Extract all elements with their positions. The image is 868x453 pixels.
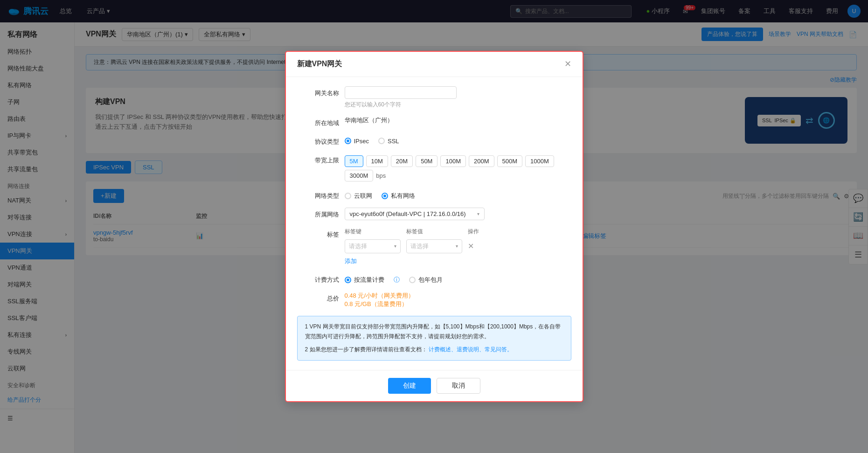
- bandwidth-label: 带宽上限: [297, 153, 339, 165]
- billing-note-line2: 2 如果您想进一步了解费用详情请前往查看文档： 计费概述、退费说明、常见问答。: [305, 345, 563, 355]
- billing-label: 计费方式: [297, 273, 339, 284]
- network-type-row: 网络类型 云联网 私有网络: [297, 189, 571, 200]
- ccn-radio[interactable]: [345, 193, 351, 199]
- vpc-control: vpc-eyut6o0f (Default-VPC | 172.16.0.0/1…: [345, 208, 571, 220]
- network-type-radio-group: 云联网 私有网络: [345, 189, 571, 200]
- bandwidth-control: 5M 10M 20M 50M 100M 200M 500M 1000M 3000…: [345, 153, 571, 181]
- vpc-radio[interactable]: [382, 193, 388, 199]
- bw-20m[interactable]: 20M: [391, 155, 413, 167]
- protocol-radio-group: IPsec SSL: [345, 135, 571, 145]
- bw-100m[interactable]: 100M: [440, 155, 466, 167]
- vpc-label: 所属网络: [297, 208, 339, 219]
- modal-body: 网关名称 您还可以输入60个字符 所在地域 华南地区（广州） 协议类型: [286, 77, 583, 370]
- tag-val-selector[interactable]: 请选择 ▾: [406, 239, 462, 253]
- network-ccn-option[interactable]: 云联网: [345, 192, 372, 200]
- tag-op-header: 操作: [468, 228, 486, 236]
- tag-delete-button[interactable]: ✕: [468, 242, 474, 251]
- bw-200m[interactable]: 200M: [469, 155, 494, 167]
- billing-radio-group: 按流量计费 ⓘ 包年包月: [345, 273, 571, 284]
- bw-50m[interactable]: 50M: [416, 155, 437, 167]
- tag-control: 标签键 标签值 操作 请选择 ▾ 请选择 ▾ ✕: [345, 228, 571, 265]
- billing-traffic-option[interactable]: 按流量计费: [345, 276, 384, 284]
- billing-note-line1: 1 VPN 网关带宽目前仅支持部分带宽范围内升降配，如【5,100】Mbps和【…: [305, 322, 563, 342]
- protocol-ssl-option[interactable]: SSL: [378, 138, 399, 145]
- protocol-control: IPsec SSL: [345, 135, 571, 145]
- modal-footer: 创建 取消: [286, 370, 583, 401]
- protocol-row: 协议类型 IPsec SSL: [297, 135, 571, 146]
- region-label: 所在地域: [297, 116, 339, 127]
- region-row: 所在地域 华南地区（广州）: [297, 116, 571, 127]
- billing-package-option[interactable]: 包年包月: [409, 276, 443, 284]
- bw-500m[interactable]: 500M: [497, 155, 523, 167]
- vpc-selector[interactable]: vpc-eyut6o0f (Default-VPC | 172.16.0.0/1…: [345, 208, 485, 220]
- bw-10m[interactable]: 10M: [366, 155, 388, 167]
- modal-overlay: 新建VPN网关 ✕ 网关名称 您还可以输入60个字符 所在地域 华南地区（广州）: [0, 0, 868, 453]
- price-per-gb: 0.8 元/GB（流量费用）: [345, 300, 571, 308]
- chevron-down-icon: ▾: [477, 211, 479, 216]
- modal-title: 新建VPN网关: [297, 59, 342, 69]
- billing-note-link[interactable]: 计费概述、退费说明、常见问答。: [429, 346, 513, 353]
- ssl-radio[interactable]: [378, 138, 385, 144]
- tag-add-link[interactable]: 添加: [345, 257, 357, 265]
- create-button[interactable]: 创建: [388, 378, 431, 394]
- bandwidth-unit: bps: [376, 172, 386, 179]
- bw-3000m[interactable]: 3000M: [345, 170, 374, 181]
- chevron-down-icon: ▾: [456, 244, 458, 249]
- bandwidth-row: 带宽上限 5M 10M 20M 50M 100M 200M 500M 1000M…: [297, 153, 571, 181]
- tag-key-header: 标签键: [345, 228, 401, 236]
- traffic-radio[interactable]: [345, 277, 351, 283]
- protocol-ipsec-option[interactable]: IPsec: [345, 138, 369, 145]
- billing-note: 1 VPN 网关带宽目前仅支持部分带宽范围内升降配，如【5,100】Mbps和【…: [297, 316, 571, 361]
- gateway-name-control: 您还可以输入60个字符: [345, 86, 571, 109]
- cancel-button[interactable]: 取消: [437, 378, 480, 394]
- billing-control: 按流量计费 ⓘ 包年包月: [345, 273, 571, 284]
- price-control: 0.48 元/小时（网关费用） 0.8 元/GB（流量费用）: [345, 292, 571, 308]
- gateway-name-row: 网关名称 您还可以输入60个字符: [297, 86, 571, 109]
- gateway-name-input[interactable]: [345, 86, 457, 99]
- chevron-down-icon: ▾: [394, 244, 396, 249]
- tag-key-selector[interactable]: 请选择 ▾: [345, 239, 401, 253]
- price-label: 总价: [297, 292, 339, 303]
- price-per-hour: 0.48 元/小时（网关费用）: [345, 292, 571, 300]
- gateway-name-label: 网关名称: [297, 86, 339, 98]
- billing-info-icon[interactable]: ⓘ: [394, 276, 400, 284]
- protocol-label: 协议类型: [297, 135, 339, 146]
- bw-5m[interactable]: 5M: [345, 155, 363, 167]
- network-type-label: 网络类型: [297, 189, 339, 200]
- tag-row: 标签 标签键 标签值 操作 请选择 ▾ 请选择 ▾: [297, 228, 571, 265]
- modal-header: 新建VPN网关 ✕: [286, 52, 583, 77]
- vpc-row: 所属网络 vpc-eyut6o0f (Default-VPC | 172.16.…: [297, 208, 571, 220]
- network-vpc-option[interactable]: 私有网络: [382, 192, 415, 200]
- new-vpn-gateway-modal: 新建VPN网关 ✕ 网关名称 您还可以输入60个字符 所在地域 华南地区（广州）: [285, 51, 583, 403]
- network-type-control: 云联网 私有网络: [345, 189, 571, 200]
- bw-1000m[interactable]: 1000M: [525, 155, 554, 167]
- tag-header: 标签键 标签值 操作: [345, 228, 571, 236]
- ipsec-radio[interactable]: [345, 138, 351, 144]
- billing-row: 计费方式 按流量计费 ⓘ 包年包月: [297, 273, 571, 284]
- modal-close-button[interactable]: ✕: [564, 60, 571, 68]
- tag-label: 标签: [297, 228, 339, 239]
- price-row: 总价 0.48 元/小时（网关费用） 0.8 元/GB（流量费用）: [297, 292, 571, 308]
- package-radio[interactable]: [409, 277, 416, 283]
- tag-val-header: 标签值: [406, 228, 462, 236]
- tag-input-row: 请选择 ▾ 请选择 ▾ ✕: [345, 239, 571, 253]
- gateway-name-hint: 您还可以输入60个字符: [345, 101, 571, 109]
- bandwidth-button-group: 5M 10M 20M 50M 100M 200M 500M 1000M 3000…: [345, 153, 571, 181]
- region-value: 华南地区（广州）: [345, 116, 571, 125]
